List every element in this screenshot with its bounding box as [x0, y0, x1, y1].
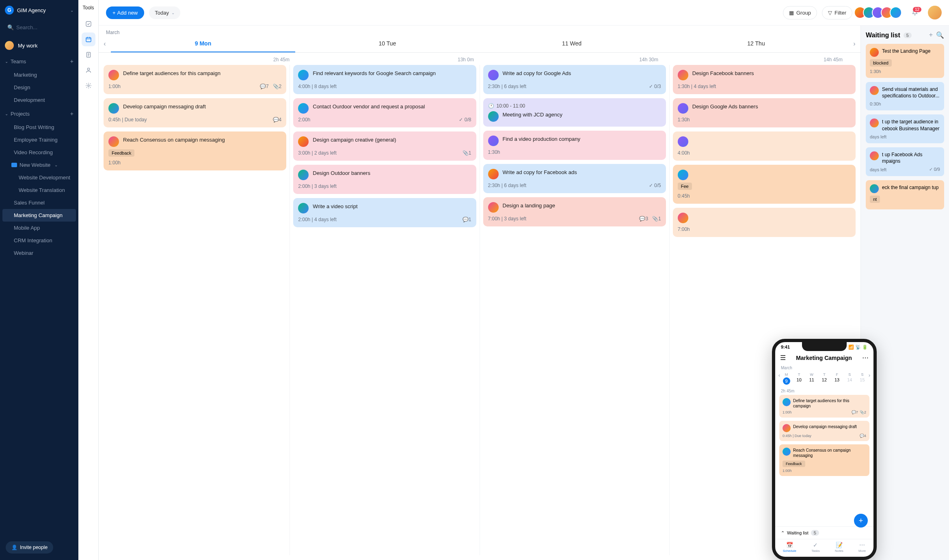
add-new-button[interactable]: + Add new	[106, 6, 144, 19]
task-card[interactable]: Reach Consensus on campaign messaging Fe…	[104, 131, 286, 170]
card-time: 1:30h	[488, 149, 500, 155]
phone-tab-notes[interactable]: 📝Notes	[835, 542, 843, 553]
calendar-day[interactable]: 11 Wed	[480, 35, 664, 52]
waiting-card[interactable]: t up the target audience in cebook Busin…	[866, 114, 944, 143]
waiting-card[interactable]: t up Facebook Ads mpaigns days left✓ 0/9	[866, 147, 944, 176]
phone-tab-more[interactable]: ⋯More	[858, 542, 866, 553]
phone-day[interactable]: F13	[831, 373, 843, 385]
filter-button[interactable]: ▽ Filter	[822, 6, 852, 19]
search-icon[interactable]: 🔍	[936, 31, 944, 39]
phone-day[interactable]: S15	[856, 373, 869, 385]
task-card[interactable]: Find relevant keywords for Google Search…	[293, 65, 476, 94]
project-item[interactable]: Website Development	[2, 171, 76, 184]
waiting-card[interactable]: Test the Landing Page blocked 1:30h	[866, 44, 944, 78]
notifications-button[interactable]: 12	[912, 9, 918, 16]
team-item[interactable]: Design	[2, 81, 76, 94]
mywork-link[interactable]: My work	[0, 37, 78, 54]
project-item[interactable]: CRM Integration	[2, 234, 76, 247]
avatar	[108, 103, 119, 114]
prev-week-button[interactable]: ‹	[99, 40, 111, 47]
settings-icon[interactable]	[82, 79, 95, 93]
project-item[interactable]: Mobile App	[2, 222, 76, 234]
phone-task-card[interactable]: Define target audiences for this campaig…	[779, 395, 869, 418]
phone-task-card[interactable]: Reach Consensus on campaign messaging Fe…	[779, 444, 869, 476]
task-card[interactable]: Write ad copy for Google Ads 2:30h | 6 d…	[483, 65, 666, 94]
notes-icon[interactable]	[82, 48, 95, 62]
project-folder[interactable]: New Website⌄	[0, 159, 78, 171]
phone-add-button[interactable]: +	[854, 514, 868, 528]
project-item[interactable]: Website Translation	[2, 184, 76, 196]
task-card[interactable]: Find a video production company 1:30h	[483, 131, 666, 160]
task-card[interactable]: Write ad copy for Facebook ads 2:30h | 6…	[483, 164, 666, 193]
task-card[interactable]: Contact Ourdoor vendor and request a pro…	[293, 98, 476, 127]
phone-tab-tasks[interactable]: ✓Tasks	[811, 542, 819, 553]
project-item[interactable]: Marketing Campaign	[2, 209, 76, 222]
phone-tab-schedule[interactable]: 📅Schedule	[783, 542, 796, 553]
status-icons: 📶 📡 🔋	[848, 345, 868, 350]
chevron-down-icon: ⌄	[70, 8, 73, 13]
board-column: Find relevant keywords for Google Search…	[290, 65, 480, 555]
next-week-button[interactable]: ›	[848, 40, 860, 47]
calendar-day[interactable]: 12 Thu	[664, 35, 848, 52]
card-title: Reach Consensus on campaign messaging	[123, 136, 281, 144]
waiting-count: 5	[904, 32, 912, 38]
checkbox-icon[interactable]	[82, 17, 95, 31]
calendar-day[interactable]: 10 Tue	[295, 35, 480, 52]
task-card[interactable]: 🕐10:00 - 11:00 Meeting with JCD agency	[483, 98, 666, 127]
chevron-down-icon: ⌄	[5, 112, 8, 116]
search-input[interactable]: 🔍 Search...	[4, 22, 74, 33]
plus-icon[interactable]: +	[70, 110, 73, 117]
project-item[interactable]: Webinar	[2, 247, 76, 259]
task-card[interactable]: Design campaign creative (general) 3:00h…	[293, 131, 476, 161]
task-card[interactable]: Write a video script 2:00h | 4 days left…	[293, 198, 476, 227]
calendar-icon[interactable]	[82, 32, 95, 46]
project-item[interactable]: Employee Training	[2, 134, 76, 146]
phone-day[interactable]: S14	[843, 373, 856, 385]
current-user-avatar[interactable]	[928, 6, 942, 19]
phone-waiting-toggle[interactable]: ⌃ Waiting list 5	[775, 526, 873, 539]
task-card[interactable]: Fee 0:45h	[673, 165, 856, 204]
task-card[interactable]: Design Facebook banners 1:30h | 4 days l…	[673, 65, 856, 94]
task-card[interactable]: 7:00h	[673, 208, 856, 237]
avatar-stack[interactable]	[857, 6, 902, 19]
calendar-month: March	[99, 26, 860, 35]
phone-task-card[interactable]: Develop campaign messaging draft 0:45h |…	[779, 421, 869, 441]
search-placeholder: Search...	[16, 24, 37, 30]
project-item[interactable]: Blog Post Writing	[2, 121, 76, 134]
invite-button[interactable]: 👤 Invite people	[6, 541, 53, 554]
people-icon[interactable]	[82, 63, 95, 77]
team-item[interactable]: Development	[2, 94, 76, 106]
calendar-day[interactable]: 9 Mon	[111, 35, 295, 52]
waiting-card[interactable]: Send visual materials and specifications…	[866, 82, 944, 110]
projects-section[interactable]: ⌄ Projects +	[0, 106, 78, 121]
more-icon[interactable]: ⋯	[862, 354, 869, 362]
card-title: Develop campaign messaging draft	[123, 103, 281, 110]
project-item[interactable]: Video Recording	[2, 146, 76, 159]
task-card[interactable]: Design a landing page 7:00h | 3 days lef…	[483, 197, 666, 226]
card-time: 0:45h | Due today	[108, 117, 147, 123]
today-button[interactable]: Today ⌄	[149, 6, 180, 19]
task-card[interactable]: 4:00h	[673, 131, 856, 161]
avatar	[5, 41, 14, 50]
phone-day[interactable]: T12	[818, 373, 830, 385]
card-title: Write ad copy for Google Ads	[503, 70, 661, 77]
task-card[interactable]: Define target audiences for this campaig…	[104, 65, 286, 94]
group-button[interactable]: ▦ Group	[783, 6, 817, 19]
teams-section[interactable]: ⌄ Teams +	[0, 54, 78, 69]
phone-day[interactable]: M9	[780, 373, 793, 385]
next-week-icon[interactable]: ›	[869, 373, 870, 385]
phone-day[interactable]: W11	[805, 373, 818, 385]
plus-icon[interactable]: +	[70, 58, 73, 65]
avatar	[783, 424, 791, 432]
plus-icon[interactable]: +	[929, 31, 933, 39]
org-switcher[interactable]: G GIM Agency ⌄	[0, 0, 78, 20]
waiting-card[interactable]: eck the final campaign tup nt	[866, 180, 944, 209]
project-item[interactable]: Sales Funnel	[2, 196, 76, 209]
menu-icon[interactable]: ☰	[780, 354, 786, 362]
team-item[interactable]: Marketing	[2, 69, 76, 81]
task-card[interactable]: Design Outdoor banners 2:00h | 3 days le…	[293, 165, 476, 194]
task-card[interactable]: Design Google Ads banners 1:30h	[673, 98, 856, 127]
task-card[interactable]: Develop campaign messaging draft 0:45h |…	[104, 98, 286, 127]
tab-icon: ✓	[811, 542, 819, 548]
phone-day[interactable]: T10	[793, 373, 805, 385]
